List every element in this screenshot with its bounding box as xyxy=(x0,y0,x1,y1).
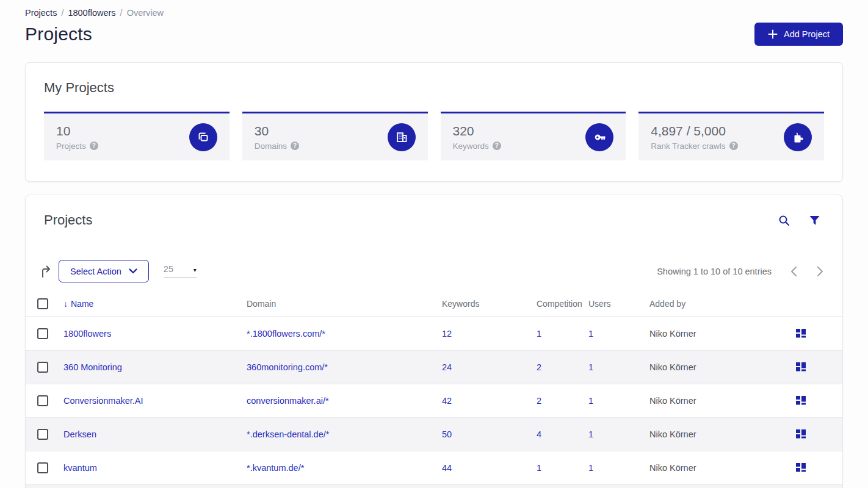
title-row: Projects Add Project xyxy=(25,23,843,46)
project-users-link[interactable]: 1 xyxy=(588,362,593,372)
my-projects-title: My Projects xyxy=(44,80,824,96)
column-header-name-label: Name xyxy=(71,299,93,309)
project-added-by: Niko Körner xyxy=(649,396,771,406)
stat-label: Keywords ? xyxy=(453,142,501,151)
project-domain-link[interactable]: *.derksen-dental.de/* xyxy=(247,429,329,439)
select-all-checkbox[interactable] xyxy=(37,298,48,309)
project-competition-link[interactable]: 4 xyxy=(537,429,541,439)
row-checkbox[interactable] xyxy=(37,429,48,440)
projects-table: ↓ Name Domain Keywords Competition Users… xyxy=(26,290,842,488)
projects-table-panel: Projects xyxy=(25,195,843,488)
project-users-link[interactable]: 1 xyxy=(588,329,593,339)
stat-label-text: Rank Tracker crawls xyxy=(651,142,725,151)
chevron-down-icon xyxy=(129,268,137,274)
project-keywords-link[interactable]: 12 xyxy=(442,329,452,339)
stat-label-text: Keywords xyxy=(453,142,489,151)
project-keywords-link[interactable]: 24 xyxy=(442,362,452,372)
stat-text: 10 Projects ? xyxy=(56,124,98,151)
caret-down-icon: ▾ xyxy=(193,267,197,273)
column-header-competition[interactable]: Competition xyxy=(537,299,588,309)
export-arrow-icon[interactable] xyxy=(38,264,53,279)
project-domain-link[interactable]: conversionmaker.ai/* xyxy=(247,396,329,406)
stat-label-text: Projects xyxy=(56,142,86,151)
table-row: kvantum *.kvantum.de/* 44 1 1 Niko Körne… xyxy=(26,451,842,485)
stat-card-keywords: 320 Keywords ? xyxy=(441,112,626,160)
project-keywords-link[interactable]: 42 xyxy=(442,396,452,406)
stat-label: Rank Tracker crawls ? xyxy=(651,142,737,151)
project-name-link[interactable]: Conversionmaker.AI xyxy=(63,396,143,406)
search-icon[interactable] xyxy=(778,214,790,227)
help-icon[interactable]: ? xyxy=(729,142,738,150)
help-icon[interactable]: ? xyxy=(90,142,98,150)
stat-value: 320 xyxy=(453,124,501,138)
project-competition-link[interactable]: 2 xyxy=(537,396,541,406)
project-name-link[interactable]: 360 Monitoring xyxy=(63,362,122,372)
project-users-link[interactable]: 1 xyxy=(588,463,593,473)
project-name-link[interactable]: kvantum xyxy=(63,463,97,473)
sort-desc-icon: ↓ xyxy=(63,299,68,309)
column-header-domain[interactable]: Domain xyxy=(247,299,442,309)
row-checkbox[interactable] xyxy=(37,462,48,473)
project-domain-link[interactable]: 360monitoring.com/* xyxy=(247,362,328,372)
chevron-right-icon[interactable] xyxy=(816,266,824,277)
table-row: Conversionmaker.AI conversionmaker.ai/* … xyxy=(26,384,842,418)
project-added-by: Niko Körner xyxy=(649,362,771,372)
my-projects-panel: My Projects 10 Projects ? xyxy=(25,62,843,182)
stats-row: 10 Projects ? 30 Domai xyxy=(44,112,824,160)
project-keywords-link[interactable]: 50 xyxy=(442,429,452,439)
stat-value: 30 xyxy=(255,124,299,138)
page: Projects / 1800flowers / Overview Projec… xyxy=(0,0,868,488)
select-action-dropdown[interactable]: Select Action xyxy=(59,260,149,282)
projects-table-title: Projects xyxy=(44,212,92,228)
table-title-row: Projects xyxy=(26,212,842,228)
project-competition-link[interactable]: 1 xyxy=(537,463,541,473)
help-icon[interactable]: ? xyxy=(493,142,501,150)
column-header-name[interactable]: ↓ Name xyxy=(63,299,93,309)
page-size-value: 25 xyxy=(164,264,173,274)
dashboard-icon[interactable] xyxy=(796,429,806,439)
stat-text: 320 Keywords ? xyxy=(453,124,501,151)
stat-label: Projects ? xyxy=(56,142,98,151)
project-competition-link[interactable]: 1 xyxy=(537,329,541,339)
table-header-row: ↓ Name Domain Keywords Competition Users… xyxy=(26,290,842,317)
column-header-keywords[interactable]: Keywords xyxy=(442,299,537,309)
column-header-added-by[interactable]: Added by xyxy=(649,299,771,309)
chevron-left-icon[interactable] xyxy=(790,266,798,277)
project-domain-link[interactable]: *.1800flowers.com/* xyxy=(247,329,325,339)
column-header-users[interactable]: Users xyxy=(588,299,649,309)
row-checkbox[interactable] xyxy=(37,395,48,406)
dashboard-icon[interactable] xyxy=(796,463,806,473)
row-checkbox[interactable] xyxy=(37,328,48,339)
project-name-link[interactable]: 1800flowers xyxy=(63,329,111,339)
add-project-button[interactable]: Add Project xyxy=(754,23,843,46)
project-domain-link[interactable]: *.kvantum.de/* xyxy=(247,463,304,473)
table-row: Derksen *.derksen-dental.de/* 50 4 1 Nik… xyxy=(26,418,842,451)
dashboard-icon[interactable] xyxy=(796,329,806,339)
project-users-link[interactable]: 1 xyxy=(588,429,593,439)
breadcrumb-separator: / xyxy=(120,8,123,18)
row-checkbox[interactable] xyxy=(37,362,48,373)
project-added-by: Niko Körner xyxy=(649,429,771,439)
stat-card-crawls: 4,897 / 5,000 Rank Tracker crawls ? xyxy=(638,112,824,160)
dashboard-icon[interactable] xyxy=(796,396,806,406)
page-size-select[interactable]: 25 ▾ xyxy=(164,264,197,278)
project-added-by: Niko Körner xyxy=(649,329,771,339)
stat-value: 10 xyxy=(56,124,98,138)
project-competition-link[interactable]: 2 xyxy=(537,362,541,372)
table-toolbar: Select Action 25 ▾ Showing 1 to 10 of 10… xyxy=(26,260,842,282)
breadcrumb-item-1800flowers[interactable]: 1800flowers xyxy=(68,8,115,18)
help-icon[interactable]: ? xyxy=(291,142,299,150)
table-row: 360 Monitoring 360monitoring.com/* 24 2 … xyxy=(26,351,842,384)
project-name-link[interactable]: Derksen xyxy=(63,429,96,439)
stat-value: 4,897 / 5,000 xyxy=(651,124,737,138)
select-action-label: Select Action xyxy=(70,267,121,276)
filter-icon[interactable] xyxy=(809,215,820,226)
project-keywords-link[interactable]: 44 xyxy=(442,463,452,473)
add-project-label: Add Project xyxy=(784,29,830,39)
stat-label-text: Domains xyxy=(255,142,287,151)
toolbar-right: Showing 1 to 10 of 10 entries xyxy=(657,266,824,277)
breadcrumb-item-projects[interactable]: Projects xyxy=(25,8,57,18)
dashboard-icon[interactable] xyxy=(796,362,806,372)
project-users-link[interactable]: 1 xyxy=(588,396,593,406)
puzzle-icon xyxy=(784,123,812,151)
